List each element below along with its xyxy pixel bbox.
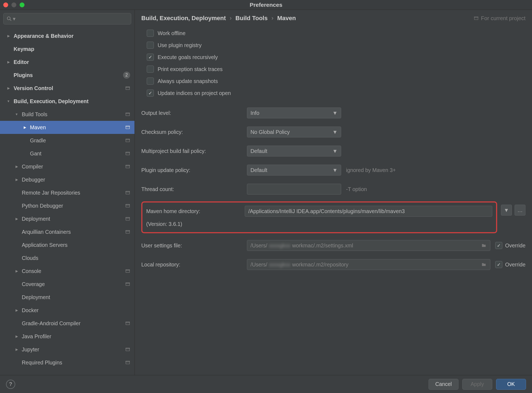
svg-rect-11: [126, 152, 130, 153]
badge: 2: [123, 72, 130, 79]
sidebar-item-label: Arquillian Containers: [22, 229, 124, 235]
sidebar-item-gradle-android-compiler[interactable]: Gradle-Android Compiler: [0, 317, 134, 330]
svg-rect-23: [126, 270, 130, 271]
checkbox-row: Update indices on project open: [147, 87, 525, 99]
crumb-1[interactable]: Build Tools: [236, 15, 268, 22]
zoom-window-button[interactable]: [20, 2, 25, 7]
output-level-select[interactable]: Info ▼: [247, 108, 341, 118]
sidebar-item-gant[interactable]: Gant: [0, 147, 134, 160]
plugin-update-policy-select[interactable]: Default ▼: [247, 165, 341, 176]
sidebar-item-label: Required Plugins: [22, 360, 124, 366]
project-scope-icon: [124, 189, 131, 196]
checkbox-update-indices-on-project-open[interactable]: [147, 90, 154, 97]
chevron-right-icon: ▶: [14, 216, 19, 221]
project-scope-icon: [124, 216, 131, 222]
checkbox-execute-goals-recursively[interactable]: [147, 54, 154, 61]
sidebar-item-coverage[interactable]: Coverage: [0, 278, 134, 291]
search-input[interactable]: ▾: [3, 13, 131, 24]
local-repository-input[interactable]: /Users/xxxxgkxxworkmac/.m2/repository: [247, 259, 490, 270]
sidebar-item-application-servers[interactable]: Application Servers: [0, 238, 134, 251]
for-current-project-label: For current project: [473, 15, 525, 22]
ok-button[interactable]: OK: [496, 379, 526, 390]
svg-rect-22: [126, 270, 130, 273]
sidebar-item-build-execution-deployment[interactable]: ▼Build, Execution, Deployment: [0, 95, 134, 108]
thread-count-input[interactable]: [247, 184, 341, 195]
crumb-2[interactable]: Maven: [277, 15, 296, 22]
sidebar-item-plugins[interactable]: Plugins2: [0, 69, 134, 82]
help-button[interactable]: ?: [6, 380, 15, 389]
thread-count-label: Thread count:: [141, 186, 242, 192]
chevron-right-icon: ▶: [22, 125, 27, 130]
folder-icon[interactable]: [481, 262, 487, 267]
footer: ? Cancel Apply OK: [0, 375, 532, 393]
checkbox-use-plugin-registry[interactable]: [147, 42, 154, 49]
checkbox-row: Print exception stack traces: [147, 63, 525, 75]
sidebar-item-console[interactable]: ▶Console: [0, 265, 134, 278]
maven-home-browse-button[interactable]: …: [515, 205, 525, 216]
svg-rect-12: [126, 165, 130, 168]
breadcrumb: Build, Execution, Deployment › Build Too…: [135, 10, 532, 26]
sidebar-item-editor[interactable]: ▶Editor: [0, 56, 134, 69]
multiproject-policy-select[interactable]: Default ▼: [247, 146, 341, 156]
checkbox-print-exception-stack-traces[interactable]: [147, 66, 154, 73]
project-scope-icon: [124, 202, 131, 209]
svg-rect-15: [126, 191, 130, 192]
user-settings-override-checkbox[interactable]: [495, 242, 502, 249]
spacer-icon: [22, 138, 27, 143]
checkbox-label: Work offline: [158, 30, 185, 36]
sidebar-item-remote-jar-repositories[interactable]: Remote Jar Repositories: [0, 186, 134, 199]
close-window-button[interactable]: [3, 2, 8, 7]
cancel-button[interactable]: Cancel: [429, 379, 458, 390]
user-settings-override-label: Override: [505, 242, 525, 249]
checkbox-label: Use plugin registry: [158, 42, 201, 48]
svg-rect-3: [126, 87, 130, 88]
sidebar-item-debugger[interactable]: ▶Debugger: [0, 173, 134, 186]
checkbox-label: Execute goals recursively: [158, 54, 218, 60]
crumb-0[interactable]: Build, Execution, Deployment: [141, 15, 226, 22]
minimize-window-button[interactable]: [11, 2, 16, 7]
user-settings-file-label: User settings file:: [141, 242, 242, 249]
sidebar-item-appearance-behavior[interactable]: ▶Appearance & Behavior: [0, 29, 134, 42]
sidebar-item-jupyter[interactable]: ▶Jupyter: [0, 343, 134, 356]
checkbox-always-update-snapshots[interactable]: [147, 78, 154, 85]
sidebar-item-label: Remote Jar Repositories: [22, 190, 124, 196]
svg-rect-30: [126, 361, 130, 364]
maven-version-label: (Version: 3.6.1): [146, 221, 492, 227]
project-scope-icon: [124, 268, 131, 274]
svg-rect-7: [126, 126, 130, 127]
sidebar-item-deployment[interactable]: Deployment: [0, 291, 134, 304]
maven-home-dropdown-button[interactable]: ▼: [501, 205, 512, 216]
maven-home-input[interactable]: /Applications/IntelliJ IDEA.app/Contents…: [245, 206, 492, 217]
sidebar-item-python-debugger[interactable]: Python Debugger: [0, 199, 134, 212]
chevron-right-icon: ▶: [6, 86, 11, 91]
plugin-update-hint: ignored by Maven 3+: [346, 167, 396, 173]
sidebar-item-gradle[interactable]: Gradle: [0, 134, 134, 147]
spacer-icon: [14, 190, 19, 195]
sidebar-item-maven[interactable]: ▶Maven: [0, 121, 134, 134]
sidebar-item-keymap[interactable]: Keymap: [0, 42, 134, 56]
sidebar-item-label: Plugins: [14, 72, 123, 78]
chevron-right-icon: ▶: [6, 33, 11, 38]
sidebar-item-docker[interactable]: ▶Docker: [0, 304, 134, 317]
folder-icon[interactable]: [481, 243, 487, 248]
sidebar-item-build-tools[interactable]: ▼Build Tools: [0, 108, 134, 121]
sidebar-item-version-control[interactable]: ▶Version Control: [0, 82, 134, 95]
sidebar-item-java-profiler[interactable]: ▶Java Profiler: [0, 330, 134, 343]
checkbox-work-offline[interactable]: [147, 30, 154, 37]
sidebar-item-compiler[interactable]: ▶Compiler: [0, 160, 134, 173]
sidebar-item-required-plugins[interactable]: Required Plugins: [0, 356, 134, 369]
apply-button[interactable]: Apply: [462, 379, 492, 390]
project-scope-icon: [124, 229, 131, 235]
checksum-policy-select[interactable]: No Global Policy ▼: [247, 127, 341, 137]
sidebar-item-label: Console: [22, 268, 124, 274]
sidebar-item-arquillian-containers[interactable]: Arquillian Containers: [0, 225, 134, 238]
chevron-down-icon: ▼: [332, 167, 338, 173]
user-settings-file-input[interactable]: /Users/xxxxgkxxworkmac/.m2/settings.xml: [247, 240, 490, 251]
sidebar-item-clouds[interactable]: Clouds: [0, 251, 134, 265]
sidebar-item-deployment[interactable]: ▶Deployment: [0, 212, 134, 225]
sidebar-item-label: Build, Execution, Deployment: [14, 98, 131, 105]
project-scope-icon: [124, 320, 131, 327]
project-scope-icon: [124, 124, 131, 131]
svg-rect-27: [126, 322, 130, 323]
local-repository-override-checkbox[interactable]: [495, 261, 502, 268]
